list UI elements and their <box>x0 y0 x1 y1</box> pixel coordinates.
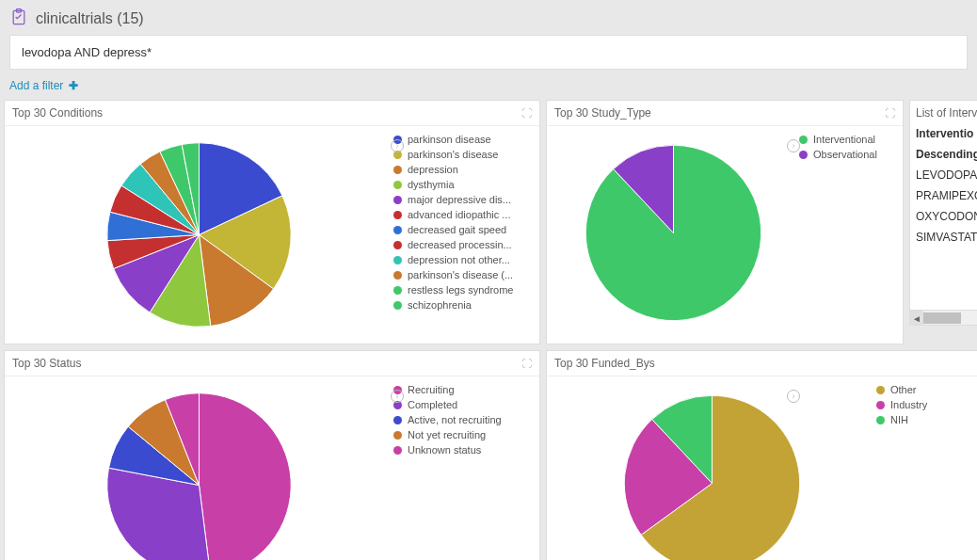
legend-item[interactable]: restless legs syndrome <box>393 284 532 296</box>
legend-dot-icon <box>393 271 402 280</box>
search-query-text: levodopa AND depress* <box>22 45 152 59</box>
legend-dot-icon <box>393 416 402 424</box>
legend-item[interactable]: Other <box>876 384 972 395</box>
panel-study-type: Top 30 Study_Type ⛶ › InterventionalObse… <box>546 100 904 344</box>
legend-label: depression <box>408 164 458 175</box>
legend-dot-icon <box>393 431 402 440</box>
list-item[interactable]: PRAMIPEXOL <box>916 189 977 202</box>
legend-dot-icon <box>393 301 402 310</box>
legend-label: Recruiting <box>408 384 455 395</box>
chart-funded-by[interactable] <box>554 384 869 560</box>
legend-label: decreased gait speed <box>408 224 506 235</box>
legend-label: restless legs syndrome <box>408 284 514 296</box>
legend-conditions: parkinson diseaseparkinson's diseasedepr… <box>386 134 532 336</box>
expand-icon[interactable]: ⛶ <box>521 358 532 369</box>
legend-dot-icon <box>393 166 402 174</box>
chart-status[interactable] <box>12 384 386 560</box>
expand-icon[interactable]: ⛶ <box>885 107 895 119</box>
interventions-heading-2: Descending <box>916 148 977 161</box>
legend-item[interactable]: parkinson's disease (... <box>393 269 532 280</box>
search-input[interactable]: levodopa AND depress* <box>9 35 968 70</box>
legend-label: Observational <box>813 149 877 160</box>
legend-item[interactable]: depression not other... <box>393 254 532 265</box>
panel-interventions: List of Interv Interventio Descending LE… <box>909 100 977 326</box>
legend-dot-icon <box>393 196 402 204</box>
legend-label: NIH <box>890 414 908 425</box>
legend-item[interactable]: advanced idiopathic ... <box>393 209 532 220</box>
chart-study-type[interactable] <box>554 134 792 331</box>
legend-label: Interventional <box>813 134 875 145</box>
list-item[interactable]: SIMVASTATIN <box>916 231 977 244</box>
panel-title-study-type: Top 30 Study_Type <box>554 106 651 120</box>
legend-study-type: InterventionalObservational <box>792 134 895 331</box>
list-item[interactable]: OXYCODONE <box>916 210 977 223</box>
legend-dot-icon <box>393 446 402 455</box>
legend-label: major depressive dis... <box>408 194 511 205</box>
legend-label: decreased processin... <box>408 239 512 250</box>
list-item[interactable]: LEVODOPA <box>916 168 977 182</box>
legend-label: dysthymia <box>408 179 455 190</box>
legend-dot-icon <box>876 416 885 424</box>
legend-item[interactable]: depression <box>393 164 532 175</box>
panel-title-interventions: List of Interv <box>916 106 977 120</box>
legend-label: Industry <box>890 399 927 410</box>
legend-item[interactable]: parkinson disease <box>393 134 532 145</box>
legend-label: Completed <box>408 399 457 410</box>
legend-item[interactable]: parkinson's disease <box>393 149 532 160</box>
legend-funded-by: OtherIndustryNIH <box>869 384 972 560</box>
drill-icon[interactable]: › <box>391 139 404 152</box>
legend-label: Not yet recruiting <box>408 429 486 440</box>
expand-icon[interactable]: ⛶ <box>521 107 532 119</box>
legend-label: Unknown status <box>408 444 481 456</box>
drill-icon[interactable]: › <box>787 139 800 152</box>
legend-dot-icon <box>393 286 402 295</box>
legend-item[interactable]: Completed <box>393 399 532 410</box>
panel-title-conditions: Top 30 Conditions <box>12 106 103 120</box>
legend-label: depression not other... <box>408 254 510 265</box>
legend-item[interactable]: Interventional <box>799 134 895 145</box>
legend-item[interactable]: dysthymia <box>393 179 532 190</box>
add-filter-link[interactable]: Add a filter ✚ <box>9 79 78 92</box>
legend-dot-icon <box>876 401 885 409</box>
legend-dot-icon <box>393 181 402 189</box>
legend-item[interactable]: decreased gait speed <box>393 224 532 235</box>
legend-item[interactable]: Active, not recruiting <box>393 414 532 425</box>
legend-label: Other <box>890 384 917 395</box>
panel-title-funded-by: Top 30 Funded_Bys <box>554 357 655 370</box>
horizontal-scrollbar[interactable]: ◄ <box>910 310 977 325</box>
legend-item[interactable]: Observational <box>799 149 895 160</box>
plus-icon: ✚ <box>65 79 77 92</box>
legend-dot-icon <box>799 136 808 144</box>
page-title: clinicaltrials (15) <box>36 10 144 27</box>
legend-dot-icon <box>876 386 885 394</box>
legend-item[interactable]: Not yet recruiting <box>393 429 532 440</box>
legend-item[interactable]: schizophrenia <box>393 299 532 311</box>
drill-icon[interactable]: › <box>787 390 800 403</box>
legend-dot-icon <box>799 151 808 159</box>
legend-dot-icon <box>393 226 402 234</box>
legend-label: parkinson's disease <box>408 149 498 160</box>
interventions-heading-1: Interventio <box>916 127 977 140</box>
panel-status: Top 30 Status ⛶ › RecruitingCompletedAct… <box>4 350 540 560</box>
legend-item[interactable]: decreased processin... <box>393 239 532 250</box>
legend-label: parkinson's disease (... <box>408 269 513 280</box>
legend-label: advanced idiopathic ... <box>408 209 510 220</box>
legend-item[interactable]: Recruiting <box>393 384 532 395</box>
legend-item[interactable]: major depressive dis... <box>393 194 532 205</box>
legend-status: RecruitingCompletedActive, not recruitin… <box>386 384 532 560</box>
legend-item[interactable]: NIH <box>876 414 972 425</box>
drill-icon[interactable]: › <box>391 390 404 403</box>
panel-funded-by: Top 30 Funded_Bys › OtherIndustryNIH <box>546 350 977 560</box>
legend-dot-icon <box>393 241 402 249</box>
panel-conditions: Top 30 Conditions ⛶ › parkinson diseasep… <box>4 100 540 344</box>
add-filter-label: Add a filter <box>9 79 63 92</box>
legend-dot-icon <box>393 211 402 219</box>
scroll-thumb[interactable] <box>923 312 961 324</box>
chart-conditions[interactable] <box>12 134 386 336</box>
scroll-left-icon[interactable]: ◄ <box>910 311 923 326</box>
legend-dot-icon <box>393 256 402 264</box>
panel-title-status: Top 30 Status <box>12 357 81 370</box>
legend-label: Active, not recruiting <box>408 414 502 425</box>
legend-item[interactable]: Industry <box>876 399 972 410</box>
legend-item[interactable]: Unknown status <box>393 444 532 456</box>
